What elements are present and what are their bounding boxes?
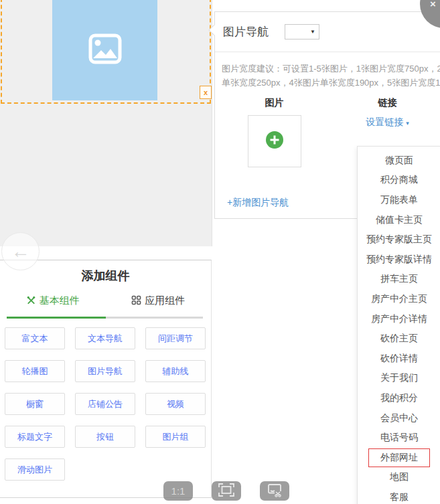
menu-item-points-mall[interactable]: 积分商城 — [358, 171, 440, 191]
screenshot-cut-icon — [267, 483, 283, 499]
component-button-video[interactable]: 视频 — [145, 393, 206, 415]
menu-item-my-points[interactable]: 我的积分 — [358, 388, 440, 408]
components-panel: 添加组件 基本组件 应用组件 — [0, 260, 212, 498]
component-button-guide-line[interactable]: 辅助线 — [145, 360, 206, 382]
fullscreen-icon — [218, 483, 234, 499]
menu-item-carpool-home[interactable]: 拼车主页 — [358, 270, 440, 290]
width-hint-line2: 单张宽度250px，4张图片单张宽度190px，5张图片宽度150px — [222, 76, 440, 90]
menu-item-micro-page[interactable]: 微页面 — [358, 151, 440, 171]
add-image-nav-button[interactable]: +新增图片导航 — [227, 197, 289, 209]
component-button-image-group[interactable]: 图片组 — [145, 426, 206, 448]
app-grid-icon — [131, 295, 141, 307]
tab-underline-active — [7, 317, 106, 319]
component-button-image-nav[interactable]: 图片导航 — [75, 360, 135, 382]
chevron-down-icon: ▼ — [310, 29, 315, 35]
menu-item-realty-agent-home[interactable]: 房产中介主页 — [358, 289, 440, 309]
fullscreen-button[interactable] — [212, 481, 241, 501]
width-hint-line1: 图片宽度建议：可设置1-5张图片，1张图片宽度750px，2张图 — [222, 62, 440, 76]
tab-basic-label: 基本组件 — [40, 295, 80, 307]
tab-app-components[interactable]: 应用组件 — [106, 295, 212, 307]
menu-item-member-center[interactable]: 会员中心 — [358, 408, 440, 428]
set-link-label: 设置链接 — [366, 116, 403, 127]
menu-item-realty-agent-detail[interactable]: 房产中介详情 — [358, 309, 440, 329]
image-count-select[interactable]: ▼ — [285, 24, 319, 39]
menu-item-customer-service[interactable]: 客服 — [358, 487, 440, 504]
column-header-image: 图片 — [215, 97, 334, 109]
component-button-carousel[interactable]: 轮播图 — [5, 360, 65, 382]
menu-item-about-us[interactable]: 关于我们 — [358, 369, 440, 389]
menu-item-phone-number[interactable]: 电话号码 — [358, 428, 440, 448]
component-button-showcase[interactable]: 橱窗 — [5, 393, 65, 415]
column-header-link: 链接 — [334, 97, 440, 109]
menu-item-booking-expert-home[interactable]: 预约专家版主页 — [358, 230, 440, 250]
menu-item-universal-form[interactable]: 万能表单 — [358, 190, 440, 210]
component-button-spacing[interactable]: 间距调节 — [145, 327, 206, 349]
zoom-1-1-button[interactable]: 1:1 — [163, 481, 193, 501]
close-icon: × — [430, 0, 436, 9]
table-header-row: 图片 链接 — [215, 97, 440, 109]
menu-item-booking-expert-detail[interactable]: 预约专家版详情 — [358, 250, 440, 270]
component-button-title-text[interactable]: 标题文字 — [5, 426, 65, 448]
image-cell — [215, 115, 334, 167]
component-button-rich-text[interactable]: 富文本 — [5, 327, 65, 349]
screenshot-cut-button[interactable] — [260, 481, 289, 501]
tab-underline-track — [7, 317, 203, 319]
settings-header: 图片导航 ▼ — [215, 12, 440, 52]
component-button-text-nav[interactable]: 文本导航 — [75, 327, 135, 349]
remove-component-button[interactable]: x — [200, 86, 212, 99]
canvas-toolbar: 1:1 — [163, 481, 289, 501]
components-panel-title: 添加组件 — [0, 268, 211, 284]
settings-title: 图片导航 — [223, 24, 269, 39]
set-link-button[interactable]: 设置链接 ▾ — [366, 116, 409, 129]
menu-item-stored-card-home[interactable]: 储值卡主页 — [358, 210, 440, 230]
link-type-menu: 微页面 积分商城 万能表单 储值卡主页 预约专家版主页 预约专家版详情 拼车主页… — [357, 146, 440, 504]
component-button-slide-image[interactable]: 滑动图片 — [5, 458, 65, 481]
menu-item-external-url[interactable]: 外部网址 — [358, 448, 440, 468]
tab-app-label: 应用组件 — [145, 295, 185, 307]
component-grid: 富文本 文本导航 间距调节 轮播图 图片导航 辅助线 橱窗 店铺公告 视频 标题… — [5, 327, 214, 481]
component-button-shop-notice[interactable]: 店铺公告 — [75, 393, 135, 415]
set-link-caret-icon: ▾ — [406, 120, 409, 127]
menu-item-bargain-home[interactable]: 砍价主页 — [358, 329, 440, 349]
upload-image-button[interactable] — [248, 115, 301, 167]
component-button-button[interactable]: 按钮 — [75, 426, 135, 448]
back-arrow-button[interactable]: ← — [1, 232, 40, 270]
plus-circle-icon — [266, 131, 283, 151]
components-tabs: 基本组件 应用组件 — [0, 295, 211, 319]
tools-icon — [26, 295, 36, 307]
menu-item-map[interactable]: 地图 — [358, 468, 440, 488]
selected-component-outline — [1, 0, 211, 104]
menu-item-bargain-detail[interactable]: 砍价详情 — [358, 349, 440, 369]
tab-basic-components[interactable]: 基本组件 — [0, 295, 106, 307]
